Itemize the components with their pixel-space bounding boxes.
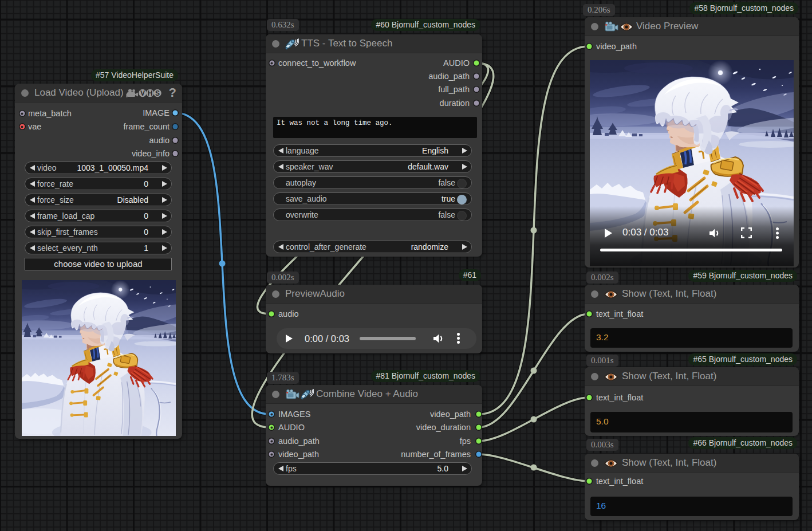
svg-text:S: S (155, 89, 160, 97)
svg-text:H: H (148, 89, 153, 97)
svg-text:V: V (140, 89, 145, 97)
